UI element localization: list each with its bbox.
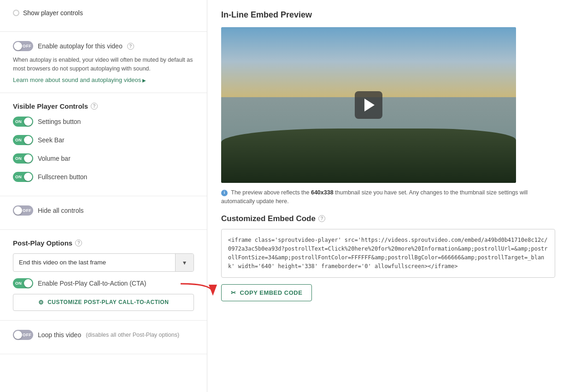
fullscreen-button-row: ON Fullscreen button: [13, 172, 194, 182]
land-layer: [221, 129, 516, 183]
dropdown-arrow-icon[interactable]: ▾: [175, 254, 194, 271]
preview-title: In-Line Embed Preview: [221, 10, 555, 20]
preview-size: 640x338: [311, 189, 334, 196]
preview-note: i The preview above reflects the 640x338…: [221, 188, 555, 206]
copy-embed-label: COPY EMBED CODE: [240, 289, 303, 296]
seek-toggle-label: ON: [15, 138, 22, 142]
hide-controls-section: OFF Hide all controls: [0, 196, 207, 230]
show-controls-row: Show player controls: [13, 9, 194, 17]
loop-note: (disables all other Post-Play options): [86, 332, 179, 338]
hide-controls-row: OFF Hide all controls: [13, 205, 194, 216]
post-play-dropdown[interactable]: End this video on the last frame ▾: [13, 253, 194, 272]
left-panel: Show player controls OFF Enable autoplay…: [0, 0, 207, 392]
post-play-help-icon[interactable]: ?: [75, 240, 82, 246]
hide-controls-toggle[interactable]: OFF: [13, 205, 33, 216]
visible-controls-title: Visible Player Controls ?: [13, 102, 194, 110]
loop-row: OFF Loop this video (disables all other …: [13, 330, 194, 340]
loop-label: Loop this video: [38, 331, 81, 339]
autoplay-help-icon[interactable]: ?: [127, 43, 134, 50]
post-play-title: Post-Play Options ?: [13, 239, 194, 247]
fullscreen-toggle[interactable]: ON: [13, 172, 33, 182]
cta-toggle-knob: [24, 279, 32, 287]
learn-more-link[interactable]: Learn more about sound and autoplaying v…: [13, 76, 146, 83]
settings-button-toggle[interactable]: ON: [13, 117, 33, 127]
video-preview: [221, 27, 516, 183]
embed-code-box: <iframe class='sproutvideo-player' src='…: [221, 229, 555, 278]
customize-cta-button[interactable]: ⚙ CUSTOMIZE POST-PLAY CALL-TO-ACTION: [13, 294, 194, 311]
volume-bar-label: Volume bar: [38, 155, 70, 162]
settings-toggle-knob: [24, 117, 32, 126]
cta-toggle[interactable]: ON: [13, 278, 33, 288]
cta-toggle-row: ON Enable Post-Play Call-to-Action (CTA): [13, 278, 194, 288]
show-controls-label: Show player controls: [23, 9, 83, 17]
cta-toggle-area: ON Enable Post-Play Call-to-Action (CTA): [13, 278, 194, 288]
show-controls-radio[interactable]: [13, 10, 19, 16]
show-controls-section: Show player controls: [0, 0, 207, 32]
play-icon: [364, 99, 375, 111]
scissors-icon: ✂: [231, 289, 236, 296]
settings-button-row: ON Settings button: [13, 117, 194, 127]
seek-bar-label: Seek Bar: [38, 136, 65, 144]
seek-bar-toggle[interactable]: ON: [13, 135, 33, 145]
embed-section-title: Customized Embed Code ?: [221, 214, 555, 223]
autoplay-row: OFF Enable autoplay for this video ?: [13, 41, 194, 51]
hide-controls-label: Hide all controls: [38, 207, 84, 214]
seek-bar-row: ON Seek Bar: [13, 135, 194, 145]
embed-help-icon[interactable]: ?: [318, 215, 325, 222]
volume-bar-toggle[interactable]: ON: [13, 153, 33, 164]
preview-note-prefix: The preview above reflects the: [231, 189, 311, 196]
controls-list: ON Settings button ON Seek Bar ON: [13, 117, 194, 187]
copy-embed-button[interactable]: ✂ COPY EMBED CODE: [221, 284, 312, 301]
loop-toggle-label: OFF: [23, 333, 31, 337]
hide-controls-toggle-label: OFF: [23, 208, 31, 213]
autoplay-toggle-label: OFF: [23, 44, 31, 48]
volume-toggle-label: ON: [15, 156, 22, 161]
autoplay-note: When autoplay is enabled, your video wil…: [13, 56, 194, 73]
fullscreen-toggle-knob: [24, 173, 32, 181]
seek-toggle-knob: [24, 136, 32, 144]
post-play-section: Post-Play Options ? End this video on th…: [0, 230, 207, 321]
loop-toggle-knob: [14, 331, 22, 339]
right-panel: In-Line Embed Preview i The preview abov…: [207, 0, 569, 392]
hide-controls-knob: [14, 206, 22, 215]
autoplay-label: Enable autoplay for this video: [38, 42, 123, 50]
settings-toggle-label: ON: [15, 119, 22, 124]
visible-controls-section: Visible Player Controls ? ON Settings bu…: [0, 93, 207, 196]
fullscreen-button-label: Fullscreen button: [38, 173, 87, 181]
copy-button-wrapper: ✂ COPY EMBED CODE: [221, 284, 312, 301]
cta-toggle-label: ON: [15, 281, 22, 286]
autoplay-toggle[interactable]: OFF: [13, 41, 33, 51]
autoplay-toggle-knob: [14, 42, 22, 50]
volume-bar-row: ON Volume bar: [13, 153, 194, 164]
info-icon: i: [221, 190, 228, 196]
play-button[interactable]: [355, 91, 382, 119]
dropdown-value: End this video on the last frame: [13, 255, 175, 270]
visible-controls-help-icon[interactable]: ?: [91, 103, 98, 110]
loop-section: OFF Loop this video (disables all other …: [0, 321, 207, 354]
settings-button-label: Settings button: [38, 118, 81, 125]
volume-toggle-knob: [24, 154, 32, 163]
gear-icon: ⚙: [38, 299, 44, 306]
cta-label: Enable Post-Play Call-to-Action (CTA): [38, 280, 146, 287]
autoplay-section: OFF Enable autoplay for this video ? Whe…: [0, 32, 207, 93]
loop-toggle[interactable]: OFF: [13, 330, 33, 340]
fullscreen-toggle-label: ON: [15, 175, 22, 179]
